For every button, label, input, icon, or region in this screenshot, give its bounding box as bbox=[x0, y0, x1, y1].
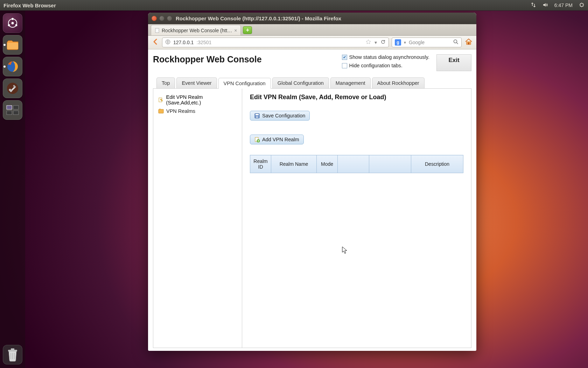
page-content: Rockhopper Web Console Show status dialo… bbox=[148, 49, 476, 351]
svg-rect-10 bbox=[7, 105, 12, 109]
home-button[interactable] bbox=[464, 38, 473, 47]
window-close-button[interactable] bbox=[152, 16, 157, 21]
svg-rect-27 bbox=[255, 114, 259, 115]
search-engine-icon[interactable]: g bbox=[395, 39, 401, 46]
page-title: Rockhopper Web Console bbox=[153, 54, 262, 64]
session-icon[interactable] bbox=[579, 2, 584, 9]
tab-about[interactable]: About Rockhopper bbox=[372, 77, 425, 88]
window-title: Rockhopper Web Console (http://127.0.0.1… bbox=[176, 15, 341, 21]
search-bar[interactable]: g ▼ Google bbox=[392, 38, 462, 47]
window-maximize-button[interactable] bbox=[167, 16, 172, 21]
active-app-title: Firefox Web Browser bbox=[4, 2, 531, 8]
col-blank-2[interactable] bbox=[369, 155, 411, 173]
url-port: :32501 bbox=[196, 40, 211, 45]
url-host: 127.0.0.1 bbox=[173, 40, 194, 45]
launcher-files[interactable] bbox=[3, 35, 22, 55]
launcher-workspace[interactable] bbox=[3, 100, 22, 120]
window-titlebar[interactable]: Rockhopper Web Console (http://127.0.0.1… bbox=[148, 13, 476, 24]
network-icon[interactable] bbox=[531, 2, 536, 9]
svg-rect-24 bbox=[468, 42, 469, 45]
window-minimize-button[interactable] bbox=[159, 16, 164, 21]
bookmark-star-icon[interactable] bbox=[366, 39, 371, 46]
browser-tabbar: Rockhopper Web Console (htt… × + bbox=[148, 24, 476, 36]
tab-event-viewer[interactable]: Event Viewer bbox=[176, 77, 217, 88]
col-description[interactable]: Description bbox=[411, 155, 463, 173]
svg-point-0 bbox=[580, 3, 583, 6]
tab-management[interactable]: Management bbox=[330, 77, 371, 88]
nav-back-button[interactable] bbox=[152, 38, 159, 47]
unity-top-panel: Firefox Web Browser 6:47 PM bbox=[0, 0, 588, 11]
exit-button[interactable]: Exit bbox=[436, 54, 471, 71]
sidebar-item-vpn-realms[interactable]: VPN Realms bbox=[157, 107, 238, 115]
svg-point-4 bbox=[8, 24, 10, 26]
col-blank-1[interactable] bbox=[338, 155, 369, 173]
indicator-area: 6:47 PM bbox=[531, 2, 584, 9]
sidebar-item-label: VPN Realms bbox=[166, 108, 195, 114]
opt-hide-label: Hide configuration tabs. bbox=[349, 63, 402, 68]
svg-rect-15 bbox=[11, 348, 14, 350]
running-indicator bbox=[4, 44, 6, 46]
svg-point-2 bbox=[12, 22, 14, 25]
svg-point-22 bbox=[454, 40, 457, 43]
launcher-trash[interactable] bbox=[3, 345, 22, 364]
search-placeholder: Google bbox=[409, 40, 425, 45]
mouse-cursor bbox=[342, 246, 348, 255]
sidebar-item-edit-realm[interactable]: Edit VPN Realm (Save,Add,etc.) bbox=[157, 93, 238, 107]
folder-icon bbox=[158, 108, 164, 114]
svg-rect-28 bbox=[256, 116, 258, 118]
firefox-window: Rockhopper Web Console (http://127.0.0.1… bbox=[148, 13, 476, 351]
pane-heading: Edit VPN Realm (Save, Add, Remove or Loa… bbox=[250, 94, 463, 101]
browser-tab[interactable]: Rockhopper Web Console (htt… × bbox=[151, 25, 241, 35]
new-tab-button[interactable]: + bbox=[243, 26, 252, 34]
add-icon bbox=[254, 137, 260, 142]
clock[interactable]: 6:47 PM bbox=[554, 2, 573, 8]
save-configuration-button[interactable]: Save Configuration bbox=[250, 111, 310, 121]
options-panel: Show status dialog asynchronously. Hide … bbox=[342, 54, 429, 71]
col-realm-name[interactable]: Realm Name bbox=[271, 155, 317, 173]
sidebar-item-label: Edit VPN Realm (Save,Add,etc.) bbox=[166, 94, 237, 105]
checkbox-icon[interactable] bbox=[342, 63, 347, 68]
running-indicator bbox=[4, 66, 6, 68]
opt-async-label: Show status dialog asynchronously. bbox=[349, 54, 429, 60]
site-identity-icon[interactable] bbox=[165, 39, 170, 46]
opt-async[interactable]: Show status dialog asynchronously. bbox=[342, 54, 429, 60]
col-realm-id[interactable]: Realm ID bbox=[250, 155, 271, 173]
tab-label: Rockhopper Web Console (htt… bbox=[162, 28, 232, 33]
tab-close-icon[interactable]: × bbox=[234, 28, 237, 33]
search-engine-dropdown-icon[interactable]: ▼ bbox=[403, 41, 407, 45]
svg-rect-12 bbox=[7, 111, 12, 115]
svg-line-23 bbox=[457, 43, 458, 44]
save-icon bbox=[254, 113, 260, 118]
realm-table: Realm ID Realm Name Mode Description bbox=[250, 155, 463, 173]
reload-icon[interactable] bbox=[380, 39, 386, 46]
dropdown-history-icon[interactable]: ▾ bbox=[374, 40, 377, 45]
svg-point-3 bbox=[12, 18, 14, 20]
browser-navbar: 127.0.0.1:32501 ▾ g ▼ Google bbox=[148, 36, 476, 49]
opt-hide[interactable]: Hide configuration tabs. bbox=[342, 63, 429, 68]
tab-content: Edit VPN Realm (Save,Add,etc.) VPN Realm… bbox=[153, 89, 471, 348]
url-bar[interactable]: 127.0.0.1:32501 ▾ bbox=[162, 38, 389, 47]
page-icon bbox=[155, 28, 160, 33]
svg-rect-6 bbox=[7, 43, 18, 49]
tab-top[interactable]: Top bbox=[156, 77, 175, 88]
main-pane: Edit VPN Realm (Save, Add, Remove or Loa… bbox=[242, 89, 471, 348]
sound-icon[interactable] bbox=[542, 2, 548, 9]
svg-point-5 bbox=[15, 24, 17, 26]
unity-launcher bbox=[0, 11, 25, 368]
search-icon[interactable] bbox=[453, 39, 458, 46]
tab-global-configuration[interactable]: Global Configuration bbox=[272, 77, 329, 88]
config-tabstrip: Top Event Viewer VPN Configuration Globa… bbox=[153, 77, 471, 89]
tab-vpn-configuration[interactable]: VPN Configuration bbox=[218, 78, 271, 89]
dash-button[interactable] bbox=[3, 13, 22, 33]
col-mode[interactable]: Mode bbox=[317, 155, 338, 173]
sidebar: Edit VPN Realm (Save,Add,etc.) VPN Realm… bbox=[153, 89, 242, 348]
launcher-firefox[interactable] bbox=[3, 57, 22, 76]
add-vpn-realm-button[interactable]: Add VPN Realm bbox=[250, 135, 304, 144]
checkbox-icon[interactable] bbox=[342, 55, 347, 60]
svg-rect-13 bbox=[13, 111, 19, 115]
svg-rect-11 bbox=[13, 105, 19, 109]
launcher-settings[interactable] bbox=[3, 79, 22, 98]
edit-icon bbox=[158, 97, 164, 103]
